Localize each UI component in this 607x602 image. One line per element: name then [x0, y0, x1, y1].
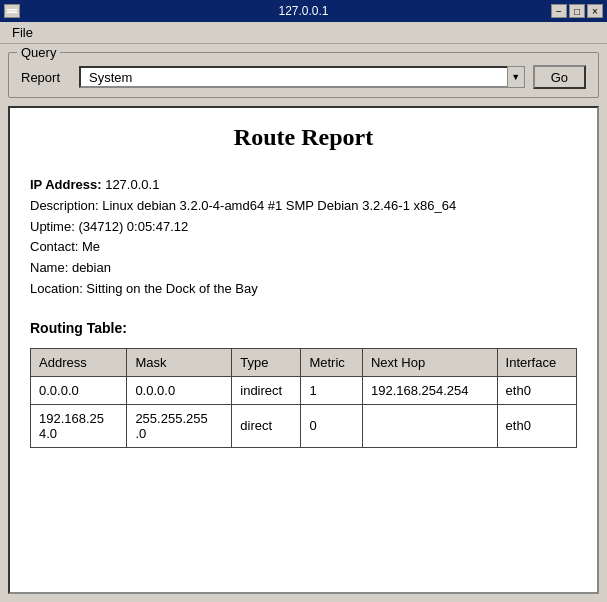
report-info: IP Address: 127.0.0.1 Description: Linux… — [30, 175, 577, 300]
cell-mask-2: 255.255.255.0 — [127, 404, 232, 447]
col-type: Type — [232, 348, 301, 376]
cell-type-2: direct — [232, 404, 301, 447]
routing-table-title: Routing Table: — [30, 320, 577, 336]
cell-nexthop-1: 192.168.254.254 — [362, 376, 497, 404]
cell-address-1: 0.0.0.0 — [31, 376, 127, 404]
report-area[interactable]: Route Report IP Address: 127.0.0.1 Descr… — [8, 106, 599, 594]
cell-metric-2: 0 — [301, 404, 363, 447]
main-area: Query Report System Interface Route ▼ Go… — [0, 44, 607, 602]
query-legend: Query — [17, 45, 60, 60]
table-header-row: Address Mask Type Metric Next Hop Interf… — [31, 348, 577, 376]
col-nexthop: Next Hop — [362, 348, 497, 376]
window-controls: − □ × — [551, 4, 603, 18]
name-line: Name: debian — [30, 258, 577, 279]
query-panel: Query Report System Interface Route ▼ Go — [8, 52, 599, 98]
cell-mask-1: 0.0.0.0 — [127, 376, 232, 404]
col-address: Address — [31, 348, 127, 376]
window-title: 127.0.0.1 — [56, 4, 551, 18]
col-metric: Metric — [301, 348, 363, 376]
report-label: Report — [21, 70, 71, 85]
routing-table: Address Mask Type Metric Next Hop Interf… — [30, 348, 577, 448]
ip-line: IP Address: 127.0.0.1 — [30, 175, 577, 196]
go-button[interactable]: Go — [533, 65, 586, 89]
ip-label: IP Address: — [30, 177, 102, 192]
close-button[interactable]: × — [587, 4, 603, 18]
location-line: Location: Sitting on the Dock of the Bay — [30, 279, 577, 300]
title-bar: 127.0.0.1 − □ × — [0, 0, 607, 22]
cell-nexthop-2 — [362, 404, 497, 447]
cell-address-2: 192.168.254.0 — [31, 404, 127, 447]
table-row: 192.168.254.0 255.255.255.0 direct 0 eth… — [31, 404, 577, 447]
col-mask: Mask — [127, 348, 232, 376]
query-row: Report System Interface Route ▼ Go — [21, 65, 586, 89]
svg-rect-0 — [7, 9, 17, 11]
system-menu-button[interactable] — [4, 4, 20, 18]
cell-metric-1: 1 — [301, 376, 363, 404]
contact-line: Contact: Me — [30, 237, 577, 258]
report-select[interactable]: System Interface Route — [79, 66, 525, 88]
table-row: 0.0.0.0 0.0.0.0 indirect 1 192.168.254.2… — [31, 376, 577, 404]
ip-value: 127.0.0.1 — [105, 177, 159, 192]
uptime-line: Uptime: (34712) 0:05:47.12 — [30, 217, 577, 238]
svg-rect-1 — [7, 12, 17, 14]
minimize-button[interactable]: − — [551, 4, 567, 18]
file-menu[interactable]: File — [4, 23, 41, 42]
cell-type-1: indirect — [232, 376, 301, 404]
col-interface: Interface — [497, 348, 576, 376]
menu-bar: File — [0, 22, 607, 44]
cell-interface-1: eth0 — [497, 376, 576, 404]
description-line: Description: Linux debian 3.2.0-4-amd64 … — [30, 196, 577, 217]
report-select-wrapper: System Interface Route ▼ — [79, 66, 525, 88]
cell-interface-2: eth0 — [497, 404, 576, 447]
report-title: Route Report — [30, 124, 577, 151]
maximize-button[interactable]: □ — [569, 4, 585, 18]
